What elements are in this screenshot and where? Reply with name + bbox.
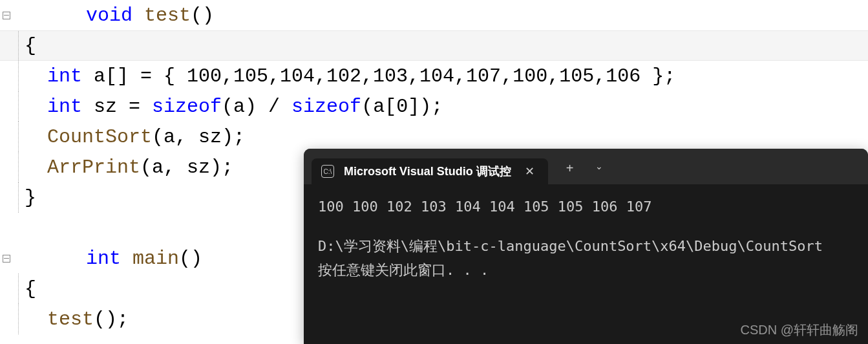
keyword-sizeof: sizeof bbox=[152, 96, 222, 118]
code-line-1[interactable]: void test() bbox=[0, 0, 868, 30]
keyword-int: int bbox=[31, 96, 82, 118]
function-call: test bbox=[31, 308, 94, 330]
output-line: 100 100 102 103 104 104 105 105 106 107 bbox=[318, 196, 854, 217]
var-sz: sz = bbox=[82, 96, 152, 118]
collapse-icon[interactable] bbox=[3, 12, 10, 19]
expr-part: (a) / bbox=[222, 96, 291, 118]
terminal-icon: C:\ bbox=[321, 165, 334, 178]
console-output[interactable]: 100 100 102 103 104 104 105 105 106 107 … bbox=[304, 184, 868, 295]
keyword-int: int bbox=[31, 65, 82, 87]
array-values: 100,105,104,102,103,104,107,100,105,106 … bbox=[187, 65, 675, 87]
tab-title: Microsoft Visual Studio 调试控 bbox=[344, 164, 511, 179]
debug-console-window[interactable]: C:\ Microsoft Visual Studio 调试控 ✕ + ⌄ 10… bbox=[304, 149, 868, 344]
output-line: 按任意键关闭此窗口. . . bbox=[318, 259, 854, 281]
collapse-icon[interactable] bbox=[3, 255, 10, 263]
code-line-4[interactable]: int sz = sizeof(a) / sizeof(a[0]); bbox=[0, 91, 868, 122]
call-args: (a, sz); bbox=[152, 126, 245, 148]
function-call: CountSort bbox=[31, 126, 152, 148]
function-main: main bbox=[121, 248, 179, 270]
console-titlebar[interactable]: C:\ Microsoft Visual Studio 调试控 ✕ + ⌄ bbox=[304, 149, 868, 184]
close-icon[interactable]: ✕ bbox=[521, 163, 538, 180]
watermark: CSDN @轩轩曲觞阁 bbox=[740, 321, 858, 339]
code-line-5[interactable]: CountSort(a, sz); bbox=[0, 122, 868, 152]
open-brace: { bbox=[25, 278, 36, 300]
function-name: test bbox=[144, 5, 191, 27]
close-brace: } bbox=[25, 187, 36, 209]
console-tab[interactable]: C:\ Microsoft Visual Studio 调试控 ✕ bbox=[312, 158, 548, 184]
keyword-sizeof: sizeof bbox=[291, 96, 361, 118]
open-brace: { bbox=[25, 35, 36, 57]
output-line: D:\学习资料\编程\bit-c-language\CountSort\x64\… bbox=[318, 235, 854, 257]
function-call: ArrPrint bbox=[31, 156, 140, 178]
parentheses: () bbox=[191, 5, 214, 27]
call-args: (a, sz); bbox=[140, 156, 233, 178]
keyword-int: int bbox=[86, 248, 121, 270]
expr-part: (a[0]); bbox=[361, 96, 443, 118]
call-args: (); bbox=[94, 308, 129, 330]
var-decl: a[] = { bbox=[82, 65, 187, 87]
code-line-3[interactable]: int a[] = { 100,105,104,102,103,104,107,… bbox=[0, 61, 868, 91]
dropdown-button[interactable]: ⌄ bbox=[590, 158, 608, 178]
parentheses: () bbox=[179, 248, 202, 270]
keyword-void: void bbox=[86, 5, 132, 27]
new-tab-button[interactable]: + bbox=[561, 158, 579, 178]
